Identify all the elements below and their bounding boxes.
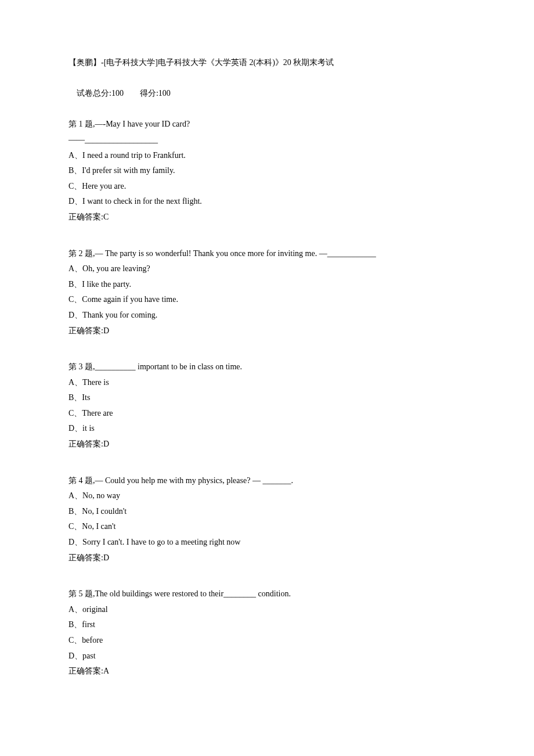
question-4: 第 4 题,— Could you help me with my physic… xyxy=(68,473,466,566)
question-option: A、No, no way xyxy=(68,488,466,504)
question-option: A、original xyxy=(68,602,466,618)
score-line: 试卷总分:100得分:100 xyxy=(68,71,466,117)
question-option: B、Its xyxy=(68,390,466,406)
question-option: D、it is xyxy=(68,421,466,437)
question-option: D、past xyxy=(68,649,466,664)
question-option: C、before xyxy=(68,633,466,649)
question-option: A、There is xyxy=(68,375,466,391)
question-5: 第 5 题,The old buildings were restored to… xyxy=(68,586,466,679)
question-option: A、Oh, you are leaving? xyxy=(68,261,466,277)
question-2: 第 2 题,— The party is so wonderful! Thank… xyxy=(68,246,466,339)
question-option: C、There are xyxy=(68,406,466,422)
score-total: 100 xyxy=(111,89,124,98)
question-prompt-line: 第 2 题,— The party is so wonderful! Thank… xyxy=(68,246,466,262)
question-option: C、No, I can't xyxy=(68,519,466,535)
question-option: B、No, I couldn't xyxy=(68,504,466,520)
question-option: C、Come again if you have time. xyxy=(68,292,466,308)
question-prompt-line: 第 4 题,— Could you help me with my physic… xyxy=(68,473,466,489)
question-option: A、I need a round trip to Frankfurt. xyxy=(68,148,466,164)
score-prefix: 试卷总分: xyxy=(77,89,111,98)
question-option: B、I'd prefer sit with my family. xyxy=(68,163,466,179)
document-page: 【奥鹏】-[电子科技大学]电子科技大学《大学英语 2(本科)》20 秋期末考试 … xyxy=(0,0,534,756)
question-3: 第 3 题,__________ important to be in clas… xyxy=(68,359,466,452)
question-answer: 正确答案:D xyxy=(68,437,466,452)
document-title: 【奥鹏】-[电子科技大学]电子科技大学《大学英语 2(本科)》20 秋期末考试 xyxy=(68,55,466,71)
question-answer: 正确答案:D xyxy=(68,550,466,566)
question-option: D、Sorry I can't. I have to go to a meeti… xyxy=(68,535,466,550)
question-option: D、Thank you for coming. xyxy=(68,308,466,323)
question-option: B、I like the party. xyxy=(68,277,466,293)
question-prompt-line: 第 1 题,—-May I have your ID card? xyxy=(68,117,466,132)
score-obtained: 100 xyxy=(158,89,171,98)
question-answer: 正确答案:D xyxy=(68,323,466,339)
question-prompt-line: 第 3 题,__________ important to be in clas… xyxy=(68,359,466,375)
question-option: B、first xyxy=(68,617,466,633)
question-option: D、I want to check in for the next flight… xyxy=(68,194,466,210)
question-prompt-line: 第 5 题,The old buildings were restored to… xyxy=(68,586,466,602)
question-option: C、Here you are. xyxy=(68,179,466,195)
question-answer: 正确答案:C xyxy=(68,210,466,225)
score-mid: 得分: xyxy=(140,89,158,98)
question-1: 第 1 题,—-May I have your ID card? ——_____… xyxy=(68,117,466,225)
question-prompt-line: ——__________________ xyxy=(68,132,466,148)
question-answer: 正确答案:A xyxy=(68,664,466,679)
